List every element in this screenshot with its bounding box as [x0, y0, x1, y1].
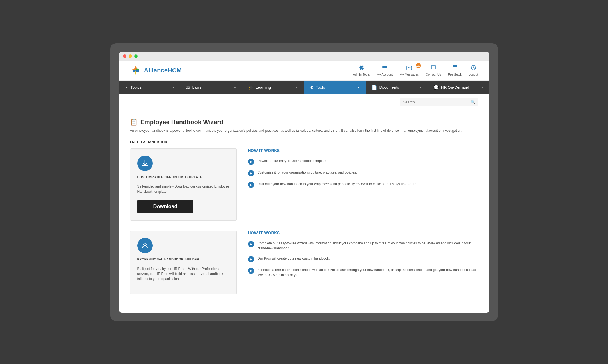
topics-icon: ☑	[124, 85, 128, 90]
card1-step-2: ▶ Customize it for your organization's c…	[248, 170, 478, 176]
logout-nav-item[interactable]: Logout	[469, 65, 478, 76]
nav-learning[interactable]: 🎓 Learning ▼	[242, 81, 304, 94]
card1-how-it-works: HOW IT WORKS ▶ Download our easy-to-use …	[248, 148, 478, 221]
logo: AllianceHCM	[130, 65, 182, 76]
card1-label: CUSTOMIZABLE HANDBOOK TEMPLATE	[137, 175, 229, 181]
logo-text: AllianceHCM	[144, 67, 182, 74]
card1-step-3-text: Distribute your new handbook to your emp…	[258, 181, 417, 186]
page-title-icon: 📋	[130, 119, 138, 126]
nav-topics[interactable]: ☑ Topics ▼	[119, 81, 181, 94]
admin-tools-icon	[359, 65, 364, 72]
svg-point-10	[432, 67, 433, 67]
my-account-label: My Account	[377, 73, 393, 76]
search-input[interactable]	[400, 98, 478, 106]
my-account-icon	[382, 65, 388, 72]
feedback-nav-item[interactable]: Feedback	[448, 65, 462, 76]
logo-text-bold: HCM	[168, 67, 182, 74]
header: AllianceHCM Admin Tools	[119, 61, 489, 81]
tools-icon: ⚙	[310, 85, 314, 90]
card2-step-1-text: Complete our easy-to-use wizard with inf…	[258, 241, 478, 251]
card1-step-1: ▶ Download our easy-to-use handbook temp…	[248, 158, 478, 165]
card2-step-3-text: Schedule a one-on-one consultation with …	[258, 267, 478, 277]
nav-hr-on-demand[interactable]: 💬 HR On-Demand ▼	[428, 81, 489, 94]
card1-icon	[137, 156, 153, 171]
card1-row: CUSTOMIZABLE HANDBOOK TEMPLATE Self-guid…	[130, 148, 478, 221]
card2-step-1: ▶ Complete our easy-to-use wizard with i…	[248, 241, 478, 251]
download-button[interactable]: Download	[137, 200, 193, 213]
feedback-label: Feedback	[448, 73, 462, 76]
contact-us-icon	[431, 65, 436, 72]
svg-point-12	[434, 67, 434, 67]
nav-laws[interactable]: ⚖ Laws ▼	[181, 81, 242, 94]
logout-icon	[471, 65, 476, 72]
card2-step-1-icon: ▶	[248, 241, 254, 247]
page-title: Employee Handbook Wizard	[140, 119, 224, 126]
topics-dropdown-arrow: ▼	[172, 86, 175, 89]
card1-how-title: HOW IT WORKS	[248, 148, 478, 153]
nav-learning-label: Learning	[256, 85, 271, 90]
browser-dot-red	[123, 54, 126, 58]
card1-desc: Self-guided and simple - Download our cu…	[137, 184, 229, 194]
card2-icon	[137, 238, 153, 253]
card2-label: PROFESSIONAL HANDBOOK BUILDER	[137, 258, 229, 263]
svg-point-14	[144, 243, 146, 246]
contact-us-nav-item[interactable]: Contact Us	[426, 65, 441, 76]
my-messages-label: My Messages	[400, 73, 419, 76]
nav-tools[interactable]: ⚙ Tools ▼	[304, 81, 366, 94]
card1-icon-area	[137, 156, 229, 171]
my-messages-nav-item[interactable]: 191 My Messages	[400, 65, 419, 76]
search-wrapper: 🔍	[400, 98, 478, 106]
card1-step-1-text: Download our easy-to-use handbook templa…	[258, 158, 327, 163]
browser-dot-green	[134, 54, 138, 58]
documents-dropdown-arrow: ▼	[419, 86, 422, 89]
nav-laws-label: Laws	[192, 85, 202, 90]
svg-rect-7	[382, 67, 387, 68]
logo-text-regular: Alliance	[144, 67, 168, 74]
card2-step-2-icon: ▶	[248, 256, 254, 262]
learning-icon: 🎓	[248, 85, 254, 90]
card1-step-1-icon: ▶	[248, 159, 254, 165]
tools-dropdown-arrow: ▼	[357, 86, 360, 89]
card2-how-title: HOW IT WORKS	[248, 231, 478, 235]
card2: PROFESSIONAL HANDBOOK BUILDER Built just…	[130, 231, 237, 294]
card2-how-it-works: HOW IT WORKS ▶ Complete our easy-to-use …	[248, 231, 478, 294]
hr-on-demand-dropdown-arrow: ▼	[481, 86, 484, 89]
card2-step-3: ▶ Schedule a one-on-one consultation wit…	[248, 267, 478, 277]
logo-icon	[130, 65, 141, 76]
main-nav: ☑ Topics ▼ ⚖ Laws ▼ 🎓 Learning ▼ ⚙ Tools…	[119, 81, 489, 94]
my-messages-icon	[406, 65, 412, 72]
card1-step-2-icon: ▶	[248, 170, 254, 176]
nav-documents[interactable]: 📄 Documents ▼	[366, 81, 428, 94]
header-nav: Admin Tools My Account	[353, 65, 478, 76]
card2-step-2: ▶ Our Pros will create your new custom h…	[248, 256, 478, 262]
search-area: 🔍	[119, 94, 489, 110]
search-button[interactable]: 🔍	[471, 100, 475, 104]
admin-tools-nav-item[interactable]: Admin Tools	[353, 65, 370, 76]
documents-icon: 📄	[372, 85, 377, 90]
svg-rect-8	[382, 69, 387, 69]
feedback-icon	[452, 65, 458, 72]
card2-step-2-text: Our Pros will create your new custom han…	[258, 256, 330, 261]
learning-dropdown-arrow: ▼	[295, 86, 299, 89]
page-title-area: 📋 Employee Handbook Wizard	[130, 119, 478, 126]
contact-us-label: Contact Us	[426, 73, 441, 76]
admin-tools-label: Admin Tools	[353, 73, 370, 76]
nav-documents-label: Documents	[379, 85, 399, 90]
svg-rect-6	[382, 66, 387, 67]
logout-label: Logout	[469, 73, 478, 76]
card1-step-2-text: Customize it for your organization's cul…	[258, 170, 357, 175]
page-subtitle: An employee handbook is a powerful tool …	[130, 128, 478, 133]
nav-topics-label: Topics	[131, 85, 142, 90]
card1-step-3: ▶ Distribute your new handbook to your e…	[248, 181, 478, 188]
messages-badge-count: 191	[416, 63, 421, 68]
laws-icon: ⚖	[186, 85, 190, 90]
svg-point-11	[433, 67, 434, 67]
section-label: I NEED A HANDBOOK	[130, 140, 478, 144]
laws-dropdown-arrow: ▼	[234, 86, 237, 89]
my-account-nav-item[interactable]: My Account	[377, 65, 393, 76]
card2-icon-area	[137, 238, 229, 253]
card1: CUSTOMIZABLE HANDBOOK TEMPLATE Self-guid…	[130, 148, 237, 221]
hr-on-demand-icon: 💬	[433, 85, 439, 90]
card2-desc: Built just for you by our HR Pros - With…	[137, 266, 229, 281]
browser-dot-yellow	[129, 54, 132, 58]
